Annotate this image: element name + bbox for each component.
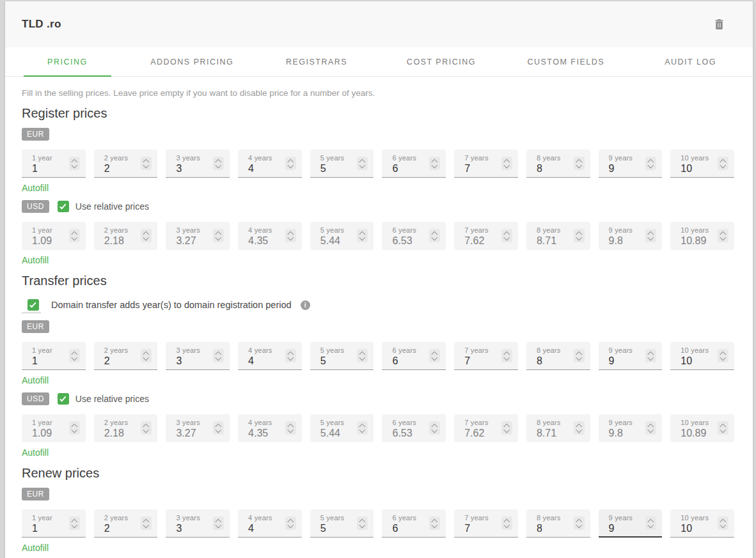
price-input-4-years[interactable]: 4 years4 bbox=[238, 342, 302, 370]
price-input-10-years[interactable]: 10 years10 bbox=[670, 342, 734, 370]
tab-audit-log[interactable]: AUDIT LOG bbox=[628, 47, 753, 76]
number-stepper-icon[interactable] bbox=[501, 229, 512, 242]
price-input-6-years[interactable]: 6 years6 bbox=[382, 509, 446, 538]
price-input-3-years[interactable]: 3 years3 bbox=[166, 150, 230, 178]
number-stepper-icon[interactable] bbox=[574, 157, 585, 170]
use-relative-prices-checkbox[interactable] bbox=[58, 393, 69, 405]
price-input-2-years[interactable]: 2 years2 bbox=[94, 342, 158, 370]
price-input-6-years[interactable]: 6 years6 bbox=[382, 342, 446, 370]
transfer-adds-years-checkbox[interactable] bbox=[28, 299, 39, 311]
price-input-1-year[interactable]: 1 year1 bbox=[22, 150, 86, 178]
number-stepper-icon[interactable] bbox=[574, 421, 585, 435]
number-stepper-icon[interactable] bbox=[141, 229, 152, 242]
price-input-5-years[interactable]: 5 years5 bbox=[310, 150, 374, 178]
price-input-3-years[interactable]: 3 years3.27 bbox=[166, 222, 230, 250]
number-stepper-icon[interactable] bbox=[429, 421, 440, 435]
price-input-7-years[interactable]: 7 years7 bbox=[454, 509, 518, 538]
price-input-10-years[interactable]: 10 years10.89 bbox=[670, 414, 734, 442]
number-stepper-icon[interactable] bbox=[285, 516, 296, 530]
number-stepper-icon[interactable] bbox=[718, 229, 728, 242]
price-input-1-year[interactable]: 1 year1 bbox=[22, 342, 86, 370]
number-stepper-icon[interactable] bbox=[69, 421, 80, 435]
price-input-1-year[interactable]: 1 year1.09 bbox=[22, 414, 86, 442]
tab-addons-pricing[interactable]: ADDONS PRICING bbox=[130, 47, 255, 76]
price-input-9-years[interactable]: 9 years9 bbox=[599, 342, 663, 370]
number-stepper-icon[interactable] bbox=[645, 516, 656, 530]
use-relative-prices-checkbox[interactable] bbox=[58, 201, 69, 212]
price-input-8-years[interactable]: 8 years8 bbox=[526, 509, 590, 538]
number-stepper-icon[interactable] bbox=[429, 349, 440, 362]
price-input-10-years[interactable]: 10 years10 bbox=[670, 150, 734, 178]
price-input-9-years[interactable]: 9 years9 bbox=[599, 150, 663, 178]
number-stepper-icon[interactable] bbox=[285, 229, 296, 242]
price-input-2-years[interactable]: 2 years2 bbox=[94, 150, 158, 178]
price-input-3-years[interactable]: 3 years3.27 bbox=[166, 414, 230, 442]
price-input-7-years[interactable]: 7 years7 bbox=[454, 342, 518, 370]
price-input-8-years[interactable]: 8 years8 bbox=[526, 150, 590, 178]
number-stepper-icon[interactable] bbox=[213, 421, 224, 435]
number-stepper-icon[interactable] bbox=[357, 229, 368, 242]
price-input-5-years[interactable]: 5 years5.44 bbox=[310, 222, 374, 250]
tab-registrars[interactable]: REGISTRARS bbox=[255, 47, 379, 76]
autofill-link[interactable]: Autofill bbox=[22, 375, 49, 385]
price-input-8-years[interactable]: 8 years8.71 bbox=[526, 222, 590, 250]
price-input-4-years[interactable]: 4 years4 bbox=[238, 150, 302, 178]
autofill-link[interactable]: Autofill bbox=[22, 255, 49, 265]
autofill-link[interactable]: Autofill bbox=[22, 447, 49, 458]
number-stepper-icon[interactable] bbox=[645, 349, 656, 362]
number-stepper-icon[interactable] bbox=[213, 229, 224, 242]
number-stepper-icon[interactable] bbox=[141, 421, 152, 435]
autofill-link[interactable]: Autofill bbox=[22, 543, 49, 553]
number-stepper-icon[interactable] bbox=[574, 516, 585, 530]
number-stepper-icon[interactable] bbox=[357, 516, 368, 530]
number-stepper-icon[interactable] bbox=[645, 229, 656, 242]
number-stepper-icon[interactable] bbox=[645, 421, 656, 435]
number-stepper-icon[interactable] bbox=[718, 516, 728, 530]
number-stepper-icon[interactable] bbox=[357, 157, 368, 170]
number-stepper-icon[interactable] bbox=[645, 157, 656, 170]
number-stepper-icon[interactable] bbox=[213, 516, 224, 530]
number-stepper-icon[interactable] bbox=[285, 421, 296, 435]
info-icon[interactable]: i bbox=[301, 300, 310, 310]
tab-custom-fields[interactable]: CUSTOM FIELDS bbox=[503, 47, 628, 76]
price-input-4-years[interactable]: 4 years4.35 bbox=[238, 222, 302, 250]
price-input-4-years[interactable]: 4 years4.35 bbox=[238, 414, 302, 442]
price-input-6-years[interactable]: 6 years6.53 bbox=[382, 414, 446, 442]
autofill-link[interactable]: Autofill bbox=[22, 183, 49, 193]
number-stepper-icon[interactable] bbox=[574, 349, 585, 362]
price-input-6-years[interactable]: 6 years6.53 bbox=[382, 222, 446, 250]
number-stepper-icon[interactable] bbox=[141, 157, 152, 170]
number-stepper-icon[interactable] bbox=[69, 516, 80, 530]
number-stepper-icon[interactable] bbox=[718, 349, 728, 362]
number-stepper-icon[interactable] bbox=[285, 349, 296, 362]
price-input-7-years[interactable]: 7 years7.62 bbox=[454, 414, 518, 442]
number-stepper-icon[interactable] bbox=[69, 349, 80, 362]
price-input-5-years[interactable]: 5 years5 bbox=[310, 342, 374, 370]
number-stepper-icon[interactable] bbox=[69, 229, 80, 242]
number-stepper-icon[interactable] bbox=[718, 157, 728, 170]
price-input-3-years[interactable]: 3 years3 bbox=[166, 342, 230, 370]
price-input-8-years[interactable]: 8 years8 bbox=[526, 342, 590, 370]
number-stepper-icon[interactable] bbox=[501, 516, 512, 530]
price-input-6-years[interactable]: 6 years6 bbox=[382, 150, 446, 178]
price-input-1-year[interactable]: 1 year1 bbox=[22, 509, 86, 538]
number-stepper-icon[interactable] bbox=[501, 421, 512, 435]
delete-tld-button[interactable] bbox=[713, 17, 726, 32]
number-stepper-icon[interactable] bbox=[213, 157, 224, 170]
number-stepper-icon[interactable] bbox=[285, 157, 296, 170]
number-stepper-icon[interactable] bbox=[141, 516, 152, 530]
price-input-3-years[interactable]: 3 years3 bbox=[166, 509, 230, 538]
number-stepper-icon[interactable] bbox=[213, 349, 224, 362]
price-input-7-years[interactable]: 7 years7.62 bbox=[454, 222, 518, 250]
price-input-4-years[interactable]: 4 years4 bbox=[238, 509, 302, 538]
number-stepper-icon[interactable] bbox=[429, 516, 440, 530]
price-input-2-years[interactable]: 2 years2.18 bbox=[94, 222, 158, 250]
price-input-7-years[interactable]: 7 years7 bbox=[454, 150, 518, 178]
price-input-9-years[interactable]: 9 years9.8 bbox=[599, 222, 663, 250]
price-input-8-years[interactable]: 8 years8.71 bbox=[526, 414, 590, 442]
price-input-1-year[interactable]: 1 year1.09 bbox=[22, 222, 86, 250]
price-input-9-years[interactable]: 9 years9 bbox=[599, 509, 663, 538]
price-input-5-years[interactable]: 5 years5.44 bbox=[310, 414, 374, 442]
number-stepper-icon[interactable] bbox=[501, 157, 512, 170]
number-stepper-icon[interactable] bbox=[357, 421, 368, 435]
